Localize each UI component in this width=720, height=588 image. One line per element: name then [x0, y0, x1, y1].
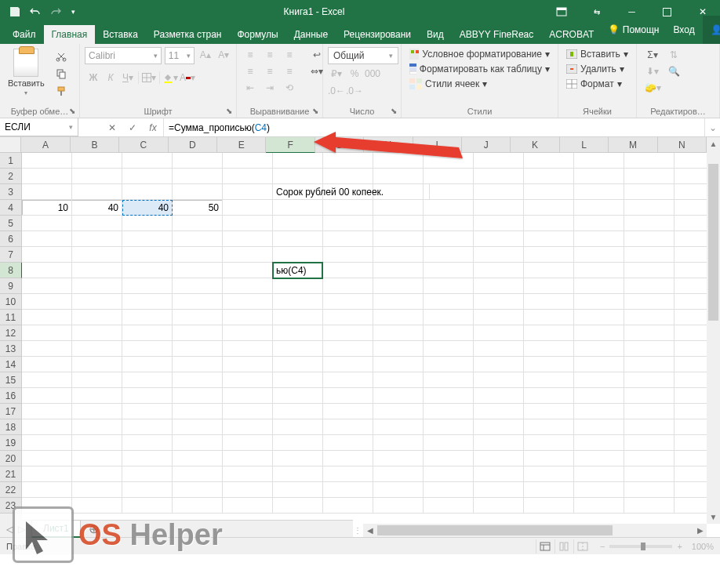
add-sheet-button[interactable]: ⊕ — [81, 521, 107, 536]
cell[interactable] — [675, 153, 707, 169]
col-header-g[interactable]: G — [315, 137, 364, 153]
cell[interactable] — [675, 184, 707, 200]
cell[interactable] — [624, 357, 675, 372]
cell[interactable] — [323, 325, 373, 341]
sheet-nav-prev[interactable]: ◁ — [5, 524, 15, 535]
cell[interactable] — [424, 404, 474, 419]
cell[interactable] — [373, 231, 424, 247]
cell[interactable] — [373, 200, 424, 216]
align-middle[interactable]: ≡ — [261, 47, 278, 63]
cell[interactable] — [273, 310, 323, 325]
cell[interactable] — [122, 325, 173, 341]
cell[interactable] — [22, 153, 72, 169]
cell[interactable] — [122, 451, 173, 466]
cell[interactable] — [675, 341, 707, 357]
cell[interactable] — [675, 200, 707, 216]
cell-b4[interactable]: 40 — [72, 200, 122, 216]
format-as-table[interactable]: Форматировать как таблицу▾ — [406, 62, 553, 76]
cell[interactable] — [624, 372, 675, 388]
cell[interactable] — [72, 341, 122, 357]
cell[interactable] — [22, 372, 72, 388]
cell[interactable] — [474, 231, 524, 247]
cell[interactable] — [273, 216, 323, 231]
sign-in[interactable]: Вход — [667, 21, 700, 38]
cell[interactable] — [323, 278, 373, 294]
cell[interactable] — [22, 388, 72, 404]
cell[interactable] — [675, 263, 707, 278]
cell[interactable] — [373, 247, 424, 263]
cell[interactable] — [424, 263, 474, 278]
cell[interactable] — [524, 498, 574, 514]
tell-me[interactable]: 💡 Помощн — [602, 21, 665, 38]
cell[interactable] — [323, 169, 373, 184]
horizontal-scrollbar[interactable]: ◀ ▶ — [363, 524, 707, 537]
cell[interactable] — [373, 169, 424, 184]
cell[interactable] — [273, 247, 323, 263]
tab-view[interactable]: Вид — [419, 25, 452, 44]
cell[interactable] — [122, 435, 173, 451]
cell[interactable] — [574, 435, 624, 451]
col-header-a[interactable]: A — [21, 137, 70, 153]
cell[interactable] — [72, 325, 122, 341]
cell[interactable] — [424, 419, 474, 435]
fill-color-button[interactable]: ▾ — [162, 70, 179, 85]
tab-page-layout[interactable]: Разметка стран — [146, 25, 230, 44]
col-header-f[interactable]: F — [266, 137, 315, 153]
cell[interactable] — [574, 231, 624, 247]
cell[interactable] — [122, 466, 173, 482]
cell[interactable] — [273, 419, 323, 435]
cell[interactable] — [424, 372, 474, 388]
cell[interactable] — [223, 310, 273, 325]
row-header-9[interactable]: 9 — [0, 278, 22, 294]
cell[interactable] — [323, 341, 373, 357]
col-header-l[interactable]: L — [560, 137, 609, 153]
cell[interactable] — [373, 310, 424, 325]
cell[interactable] — [223, 435, 273, 451]
cell[interactable] — [22, 278, 72, 294]
cell[interactable] — [574, 388, 624, 404]
share-button[interactable]: 👤Общий доступ — [703, 16, 720, 44]
cell[interactable] — [72, 357, 122, 372]
cell[interactable] — [223, 451, 273, 466]
cell[interactable] — [524, 388, 574, 404]
cell[interactable] — [474, 263, 524, 278]
cell[interactable] — [474, 310, 524, 325]
cell[interactable] — [424, 341, 474, 357]
alignment-launcher[interactable]: ⬊ — [310, 105, 321, 116]
row-header-15[interactable]: 15 — [0, 372, 22, 388]
cell[interactable] — [273, 200, 323, 216]
cell[interactable] — [72, 451, 122, 466]
cell[interactable] — [624, 153, 675, 169]
increase-font-button[interactable]: A▴ — [198, 47, 213, 63]
cell[interactable] — [474, 357, 524, 372]
row-header-22[interactable]: 22 — [0, 482, 22, 498]
cell[interactable] — [474, 466, 524, 482]
cell[interactable] — [574, 419, 624, 435]
cell[interactable] — [122, 404, 173, 419]
tab-home[interactable]: Главная — [44, 25, 96, 44]
cell[interactable] — [424, 200, 474, 216]
row-header-18[interactable]: 18 — [0, 419, 22, 435]
cell[interactable] — [273, 466, 323, 482]
find-select-button[interactable]: 🔍 — [664, 64, 683, 79]
number-launcher[interactable]: ⬊ — [388, 105, 399, 116]
format-cells[interactable]: Формат▾ — [563, 77, 631, 91]
cell[interactable] — [373, 294, 424, 310]
cell[interactable] — [22, 404, 72, 419]
borders-button[interactable]: ▾ — [140, 70, 158, 85]
cell[interactable] — [424, 278, 474, 294]
cell[interactable] — [122, 498, 173, 514]
cell[interactable] — [173, 357, 223, 372]
row-header-4[interactable]: 4 — [0, 200, 22, 216]
cell[interactable] — [223, 372, 273, 388]
name-box[interactable]: ЕСЛИ▾ — [0, 118, 78, 136]
cell[interactable] — [675, 278, 707, 294]
cell[interactable] — [72, 169, 122, 184]
zoom-slider[interactable] — [609, 545, 672, 548]
insert-cells[interactable]: Вставить▾ — [563, 47, 631, 61]
cell[interactable] — [273, 357, 323, 372]
cell[interactable] — [424, 184, 474, 200]
cell[interactable] — [72, 263, 122, 278]
cell[interactable] — [574, 263, 624, 278]
cell[interactable] — [223, 466, 273, 482]
